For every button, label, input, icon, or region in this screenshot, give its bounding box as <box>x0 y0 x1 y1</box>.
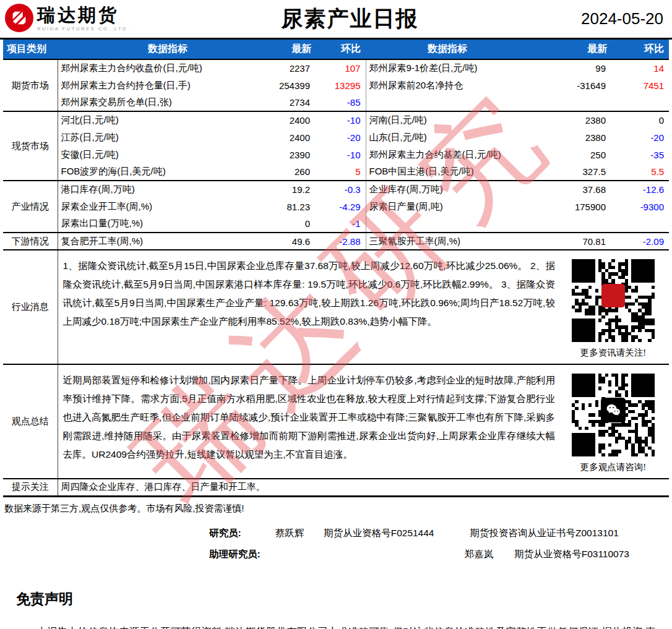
change-cell: -9300 <box>612 198 669 215</box>
disclaimer-title: 免责声明 <box>16 589 656 609</box>
category-news: 行业消息 <box>3 250 58 364</box>
brand-name: 瑞达期货 <box>37 6 131 24</box>
brand-subtitle: RUIDA FUTURES CO.,LTD. <box>37 26 131 32</box>
table-row: FOB波罗的海(日,美元/吨) 260 5 FOB中国主港(日,美元/吨) 32… <box>3 163 669 181</box>
category-futures: 期货市场 <box>3 59 58 111</box>
change-cell: -35 <box>612 146 669 163</box>
change-cell <box>612 215 669 233</box>
value-cell: 19.2 <box>278 181 316 198</box>
indicator-cell: 三聚氰胺开工率(周,%) <box>366 233 529 250</box>
table-row: 现货市场 河北(日,元/吨) 2400 -10 河南(日,元/吨) 2380 0 <box>3 111 669 129</box>
change-cell: -20 <box>316 129 366 146</box>
indicator-cell: 尿素企业开工率(周,%) <box>58 198 278 215</box>
value-cell <box>529 94 612 111</box>
value-cell: 260 <box>278 163 316 181</box>
indicator-cell: 尿素日产量(周,吨) <box>366 198 529 215</box>
col-header-latest-2: 最新 <box>529 40 612 59</box>
indicator-cell: 尿素出口量(万吨,%) <box>58 215 278 233</box>
value-cell: 0 <box>278 215 316 233</box>
category-opinion: 观点总结 <box>3 364 58 479</box>
indicator-cell: 山东(日,元/吨) <box>366 129 529 146</box>
researcher-cert2: 期货投资咨询从业证书号Z0013101 <box>470 527 618 540</box>
value-cell: 2390 <box>278 146 316 163</box>
table-row: 郑州尿素交易所仓单(日,张) 2734 -85 <box>3 94 669 111</box>
indicator-cell <box>366 215 529 233</box>
value-cell: 2400 <box>278 111 316 129</box>
col-header-chg-2: 环比 <box>612 40 669 59</box>
indicator-cell: FOB波罗的海(日,美元/吨) <box>58 163 278 181</box>
indicator-cell <box>366 94 529 111</box>
change-cell: 0 <box>612 111 669 129</box>
indicator-cell: 安徽(日,元/吨) <box>58 146 278 163</box>
table-row: 郑州尿素主力合约持仓量(日,手) 254399 13295 郑州尿素前20名净持… <box>3 77 669 94</box>
col-header-chg-1: 环比 <box>316 40 366 59</box>
indicator-cell: 港口库存(周,万吨) <box>58 181 278 198</box>
value-cell: 2400 <box>278 129 316 146</box>
assistant-cert: 期货从业资格号F03110073 <box>514 548 629 561</box>
table-row: 期货市场 郑州尿素主力合约收盘价(日,元/吨) 2237 107 郑州尿素9-1… <box>3 59 669 77</box>
value-cell: 99 <box>529 59 612 77</box>
qr-news-logo <box>601 284 625 307</box>
indicator-cell: FOB中国主港(日,美元/吨) <box>366 163 529 181</box>
category-alert: 提示关注 <box>3 479 58 496</box>
indicator-cell: 江苏(日,元/吨) <box>58 129 278 146</box>
change-cell: -4.29 <box>316 198 366 215</box>
indicator-cell: 郑州尿素主力合约收盘价(日,元/吨) <box>58 59 278 77</box>
indicator-cell: 郑州尿素主力合约基差(日,元/吨) <box>366 146 529 163</box>
alert-text: 周四隆众企业库存、港口库存、日产量和开工率。 <box>58 479 669 496</box>
indicator-cell: 郑州尿素主力合约持仓量(日,手) <box>58 77 278 94</box>
data-table: 项目类别 数据指标 最新 环比 数据指标 最新 环比 期货市场 郑州尿素主力合约… <box>3 40 669 497</box>
value-cell: 2380 <box>529 129 612 146</box>
change-cell: 13295 <box>316 77 366 94</box>
qr-news-caption: 更多资讯请关注! <box>580 347 646 359</box>
brand-logo: 瑞达期货 RUIDA FUTURES CO.,LTD. <box>5 4 157 35</box>
category-spot: 现货市场 <box>3 111 58 181</box>
change-cell: 14 <box>612 59 669 77</box>
change-cell: -10 <box>316 111 366 129</box>
report-header: 瑞达期货 RUIDA FUTURES CO.,LTD. 尿素产业日报 2024-… <box>0 0 672 40</box>
value-cell: 254399 <box>278 77 316 94</box>
indicator-cell: 企业库存(周,万吨) <box>366 181 529 198</box>
change-cell: -2.88 <box>316 233 366 250</box>
assistant-label: 助理研究员: <box>209 548 261 561</box>
brand-logo-icon <box>5 4 33 35</box>
value-cell: 37.68 <box>529 181 612 198</box>
wechat-icon <box>601 398 626 422</box>
researcher-block: 研究员: 蔡跃辉 期货从业资格号F0251444 期货投资咨询从业证书号Z001… <box>0 527 672 561</box>
opinion-row: 观点总结 近期局部装置短停和检修计划增加,国内尿素日产量下降。上周企业计划停车仍… <box>3 364 669 479</box>
value-cell: 327.5 <box>529 163 612 181</box>
change-cell: -85 <box>316 94 366 111</box>
value-cell: 2237 <box>278 59 316 77</box>
table-row: 下游情况 复合肥开工率(周,%) 49.6 -2.88 三聚氰胺开工率(周,%)… <box>3 233 669 250</box>
researcher-cert: 期货从业资格号F0251444 <box>324 527 434 540</box>
value-cell: 49.6 <box>278 233 316 250</box>
change-cell: 5 <box>316 163 366 181</box>
category-downstream: 下游情况 <box>3 233 58 250</box>
indicator-cell: 郑州尿素交易所仓单(日,张) <box>58 94 278 111</box>
value-cell: 70.81 <box>529 233 612 250</box>
news-row: 行业消息 1、据隆众资讯统计,截至5月15日,中国尿素企业总库存量37.68万吨… <box>3 250 669 364</box>
change-cell: -20 <box>612 129 669 146</box>
change-cell: -1 <box>316 215 366 233</box>
change-cell: -12.6 <box>612 181 669 198</box>
opinion-text: 近期局部装置短停和检修计划增加,国内尿素日产量下降。上周企业计划停车仍较多,考虑… <box>62 371 562 464</box>
researcher-name: 蔡跃辉 <box>275 527 304 540</box>
value-cell <box>529 215 612 233</box>
indicator-cell: 复合肥开工率(周,%) <box>58 233 278 250</box>
col-header-indicator-2: 数据指标 <box>366 40 529 59</box>
researcher-label: 研究员: <box>209 527 241 540</box>
news-text: 1、据隆众资讯统计,截至5月15日,中国尿素企业总库存量37.68万吨,较上周减… <box>62 257 562 331</box>
report-date: 2024-05-20 <box>543 9 667 28</box>
disclaimer-body: 本报告中的信息均来源于公开可获得资料,瑞达期货股份有限公司力求准确可靠,但对这些… <box>16 622 656 629</box>
indicator-cell: 郑州尿素9-1价差(日,元/吨) <box>366 59 529 77</box>
change-cell: 7451 <box>612 77 669 94</box>
col-header-indicator-1: 数据指标 <box>58 40 278 59</box>
table-row: 尿素企业开工率(周,%) 81.23 -4.29 尿素日产量(周,吨) 1759… <box>3 198 669 215</box>
indicator-cell: 河北(日,元/吨) <box>58 111 278 129</box>
value-cell: 175900 <box>529 198 612 215</box>
risk-note: 数据来源于第三方,观点仅供参考。市场有风险,投资需谨慎! <box>4 503 672 515</box>
change-cell: 107 <box>316 59 366 77</box>
table-header-row: 项目类别 数据指标 最新 环比 数据指标 最新 环比 <box>3 40 669 59</box>
alert-row: 提示关注 周四隆众企业库存、港口库存、日产量和开工率。 <box>3 479 669 496</box>
disclaimer-section: 免责声明 本报告中的信息均来源于公开可获得资料,瑞达期货股份有限公司力求准确可靠… <box>16 589 656 629</box>
